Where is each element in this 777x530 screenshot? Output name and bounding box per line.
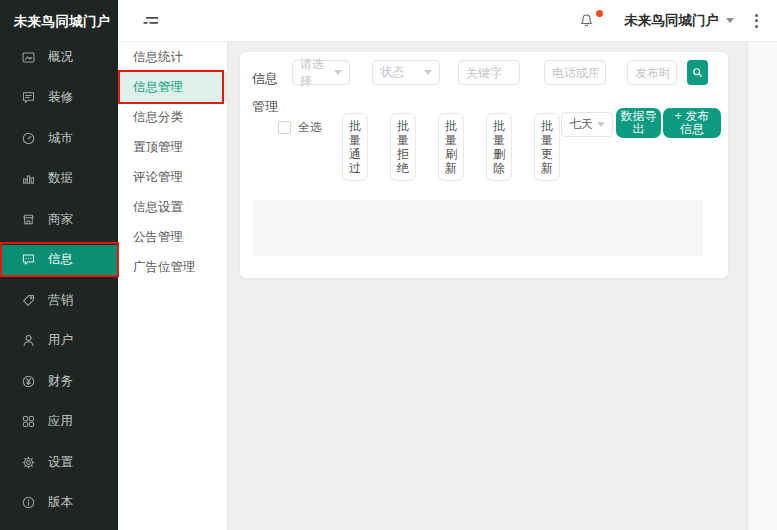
table-header-row [253,200,703,256]
submenu-item-label: 信息分类 [133,109,183,126]
sidebar-item-user[interactable]: 用户 [0,326,118,356]
batch-update-button[interactable]: 批量更新 [534,113,560,181]
chevron-down-icon [726,18,734,23]
batch-button-label: 批量更新 [541,119,553,175]
bell-icon [579,13,594,28]
sidebar-item-apps[interactable]: 应用 [0,407,118,437]
sidebar-item-label: 装修 [48,89,73,106]
batch-toolbar: 全选 批量通过 批量拒绝 批量刷新 [240,108,728,181]
sidebar-item-marketing[interactable]: 营销 [0,285,118,315]
top-header: 未来鸟同城门户 [118,0,777,42]
submenu-item-info-settings[interactable]: 信息设置 [118,192,227,222]
search-icon [691,66,704,79]
fold-menu-icon [143,14,161,28]
kebab-dot [755,19,758,22]
submenu-item-label: 评论管理 [133,169,183,186]
sidebar-item-icon [21,90,36,105]
submenu-item-comment-management[interactable]: 评论管理 [118,162,227,192]
scrollbar-track[interactable] [747,42,777,530]
kebab-dot [755,14,758,17]
submenu-item-label: 信息管理 [133,79,183,96]
sidebar-item-icon [21,50,36,65]
days-range-select[interactable]: 七天 [561,112,613,137]
sidebar-item-icon [21,293,36,308]
search-button[interactable] [687,60,708,85]
app-window: 未来鸟同城门户 概况 装修 城市 [0,0,777,530]
days-range-value: 七天 [569,116,593,133]
sidebar-item-icon [21,374,36,389]
batch-button-label: 批量拒绝 [397,119,409,175]
sidebar-item-data[interactable]: 数据 [0,164,118,194]
chevron-down-icon [424,70,432,75]
sidebar-item-finance[interactable]: 财务 [0,366,118,396]
submenu-item-info-management[interactable]: 信息管理 [118,72,227,102]
sidebar-item-merchant[interactable]: 商家 [0,204,118,234]
more-options-button[interactable] [752,11,761,31]
chevron-down-icon [334,70,342,75]
submenu-item-announcement-management[interactable]: 公告管理 [118,222,227,252]
submenu-item-label: 广告位管理 [133,259,196,276]
submenu-item-info-categories[interactable]: 信息分类 [118,102,227,132]
sidebar-item-label: 设置 [48,454,73,471]
notification-dot [596,10,603,17]
sidebar-item-label: 信息 [48,251,73,268]
sidebar-item-decorate[interactable]: 装修 [0,83,118,113]
submenu-item-info-statistics[interactable]: 信息统计 [118,42,227,72]
batch-refresh-button[interactable]: 批量刷新 [438,113,464,181]
app-logo: 未来鸟同城门户 [0,0,118,42]
filter-bar: 请选择 状态 [292,60,708,85]
sidebar-item-icon [21,455,36,470]
submenu-item-pin-management[interactable]: 置顶管理 [118,132,227,162]
batch-reject-button[interactable]: 批量拒绝 [390,113,416,181]
sidebar-item-label: 财务 [48,373,73,390]
sidebar-item-icon [21,171,36,186]
chevron-down-icon [597,122,605,127]
keyword-input[interactable] [458,60,520,85]
header-actions: 未来鸟同城门户 [579,11,762,31]
sidebar-item-label: 版本 [48,494,73,511]
status-select[interactable]: 状态 [372,60,440,85]
info-management-card: 信息管理 请选择 状态 全选 [240,52,728,278]
sidebar-item-version[interactable]: 版本 [0,488,118,518]
sidebar-item-icon [21,131,36,146]
export-data-button[interactable]: 数据导出 [616,108,661,138]
submenu-item-label: 信息设置 [133,199,183,216]
sidebar-item-label: 应用 [48,413,73,430]
sidebar-item-overview[interactable]: 概况 [0,42,118,72]
sidebar-item-info[interactable]: 信息 [0,245,118,275]
category-select[interactable]: 请选择 [292,60,350,85]
category-select-placeholder: 请选择 [300,56,334,90]
select-all-label: 全选 [298,119,322,136]
submenu-panel: 信息统计 信息管理 信息分类 置顶管理 评论管理 信息设置 公告管理 [118,42,228,530]
submenu-item-label: 置顶管理 [133,139,183,156]
notifications-button[interactable] [579,13,593,28]
sidebar-item-label: 概况 [48,49,73,66]
batch-button-label: 批量刷新 [445,119,457,175]
sidebar-item-icon [21,333,36,348]
sidebar-nav: 概况 装修 城市 数据 商家 [0,42,118,518]
submenu-item-ad-slot-management[interactable]: 广告位管理 [118,252,227,282]
sidebar-item-icon [21,252,36,267]
account-name: 未来鸟同城门户 [625,12,720,30]
collapse-sidebar-button[interactable] [143,14,161,28]
sidebar-item-city[interactable]: 城市 [0,123,118,153]
sidebar-item-icon [21,414,36,429]
sidebar-item-settings[interactable]: 设置 [0,447,118,477]
batch-button-label: 批量通过 [349,119,361,175]
phone-or-user-input[interactable] [544,60,606,85]
status-select-placeholder: 状态 [380,64,404,81]
kebab-dot [755,25,758,28]
publish-info-button[interactable]: + 发布信息 [663,108,721,138]
batch-delete-button[interactable]: 批量删除 [486,113,512,181]
sidebar-item-icon [21,212,36,227]
sidebar-item-label: 数据 [48,170,73,187]
select-all-control[interactable]: 全选 [278,119,322,136]
publish-time-input[interactable] [627,60,677,85]
batch-approve-button[interactable]: 批量通过 [342,113,368,181]
sidebar-item-label: 营销 [48,292,73,309]
submenu-item-label: 信息统计 [133,49,183,66]
account-menu[interactable]: 未来鸟同城门户 [625,12,735,30]
select-all-checkbox[interactable] [278,121,291,134]
sidebar-item-label: 城市 [48,130,73,147]
submenu-item-label: 公告管理 [133,229,183,246]
